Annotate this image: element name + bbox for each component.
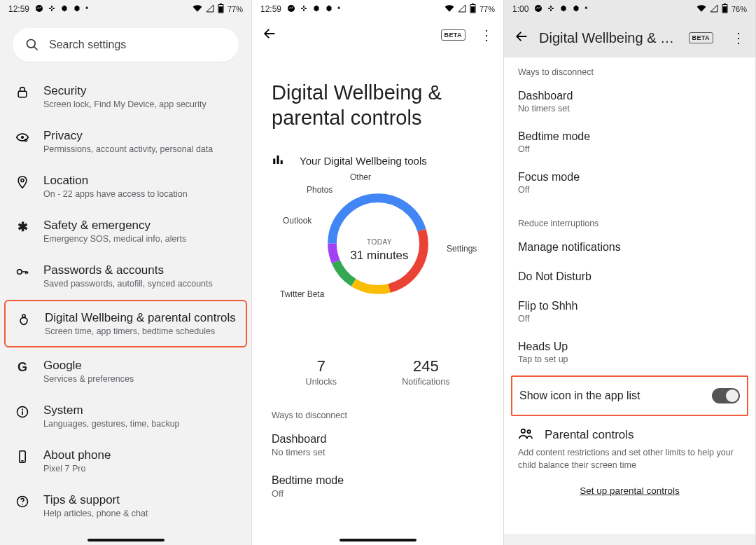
beta-badge: BETA: [441, 29, 465, 41]
notification-icon: [312, 4, 321, 14]
settings-item-title: Privacy: [43, 129, 213, 143]
settings-item-wellbeing[interactable]: Digital Wellbeing & parental controls Sc…: [4, 300, 247, 347]
status-bar-right-icons: 77%: [192, 4, 243, 15]
svg-rect-1: [49, 8, 51, 9]
row-sub: No timers set: [518, 104, 741, 113]
row-sub: Tap to set up: [518, 354, 741, 364]
settings-item-passwords[interactable]: Passwords & accounts Saved passwords, au…: [4, 254, 247, 298]
settings-item-sub: Services & preferences: [43, 374, 134, 384]
back-icon[interactable]: [514, 29, 529, 47]
svg-rect-40: [548, 8, 550, 9]
svg-point-8: [27, 40, 36, 48]
usage-donut-chart[interactable]: TODAY 31 minutes Settings Twitter Beta O…: [252, 174, 504, 342]
info-icon: [14, 403, 31, 420]
section-header-ways: Ways to disconnect: [252, 398, 503, 425]
chart-label-settings: Settings: [447, 244, 477, 254]
row-dnd[interactable]: Do Not Disturb: [504, 262, 755, 291]
search-placeholder: Search settings: [49, 39, 126, 51]
settings-item-sub: Languages, gestures, time, backup: [43, 419, 180, 429]
svg-point-13: [21, 179, 24, 181]
settings-item-security[interactable]: Security Screen lock, Find My Device, ap…: [4, 74, 247, 119]
svg-rect-33: [281, 160, 283, 163]
section-header-reduce: Reduce interruptions: [504, 203, 755, 233]
row-sub: Off: [518, 144, 741, 154]
app-bar: BETA ⋮: [252, 18, 503, 52]
back-icon[interactable]: [262, 26, 277, 44]
svg-rect-42: [550, 6, 552, 8]
settings-item-system[interactable]: System Languages, gestures, time, backup: [4, 394, 247, 439]
wellbeing-main-screen: 12:59 • 77% BETA ⋮ Digital Wellbeing & p…: [252, 0, 504, 545]
row-focus[interactable]: Focus mode Off: [504, 163, 755, 203]
messenger-icon: [35, 4, 43, 14]
row-title: Dashboard: [272, 433, 484, 446]
row-show-icon-in-app-list[interactable]: Show icon in the app list: [511, 375, 748, 416]
row-bedtime[interactable]: Bedtime mode Off: [504, 122, 755, 163]
metric-notifications[interactable]: 245 Notifications: [402, 357, 449, 387]
svg-rect-43: [550, 9, 552, 11]
donut-value: 31 minutes: [342, 249, 417, 263]
svg-rect-18: [22, 411, 23, 415]
status-bar-left-icons: •: [35, 4, 88, 14]
wellbeing-icon: [15, 311, 32, 328]
settings-item-google[interactable]: G Google Services & preferences: [4, 349, 247, 394]
settings-item-title: Google: [43, 359, 134, 373]
nav-handle-icon[interactable]: [340, 539, 416, 541]
svg-rect-25: [304, 8, 307, 9]
settings-item-location[interactable]: Location On - 22 apps have access to loc…: [4, 164, 247, 209]
clock-text: 12:59: [8, 4, 29, 14]
parental-controls-link[interactable]: Set up parental controls: [504, 480, 755, 502]
notification-icon-2: [572, 4, 580, 14]
row-dashboard[interactable]: Dashboard No timers set: [504, 81, 755, 122]
settings-item-sub: Permissions, account activity, personal …: [43, 144, 213, 154]
row-bedtime[interactable]: Bedtime mode Off: [252, 466, 503, 507]
key-icon: [14, 263, 31, 280]
svg-rect-7: [219, 6, 223, 12]
chart-label-other: Other: [350, 172, 371, 182]
row-sub: Off: [272, 488, 484, 499]
more-notif-icon: •: [337, 4, 340, 14]
status-bar-left-icons: •: [534, 4, 587, 14]
slack-icon: [48, 4, 56, 14]
slack-icon: [300, 4, 308, 14]
settings-item-title: Safety & emergency: [43, 219, 186, 233]
row-manage-notifications[interactable]: Manage notifications: [504, 233, 755, 262]
row-flip-to-shhh[interactable]: Flip to Shhh Off: [504, 291, 755, 332]
row-dashboard[interactable]: Dashboard No timers set: [252, 425, 503, 466]
row-title: Flip to Shhh: [518, 300, 741, 312]
settings-item-about[interactable]: About phone Pixel 7 Pro: [4, 439, 247, 483]
row-sub: Off: [518, 314, 741, 324]
settings-item-privacy[interactable]: Privacy Permissions, account activity, p…: [4, 119, 247, 164]
nav-handle-icon[interactable]: [88, 539, 164, 541]
settings-item-tips[interactable]: Tips & support Help articles, phone & ch…: [4, 483, 247, 528]
status-bar-left-icons: •: [287, 4, 340, 14]
svg-point-11: [21, 136, 24, 139]
metric-label: Notifications: [402, 377, 449, 387]
more-icon[interactable]: ⋮: [479, 27, 493, 43]
metric-unlocks[interactable]: 7 Unlocks: [306, 357, 337, 387]
signal-icon: [710, 4, 718, 14]
parental-controls-sub: Add content restrictions and set other l…: [504, 447, 755, 480]
settings-item-title: Tips & support: [43, 493, 148, 507]
row-sub: Off: [518, 185, 741, 195]
google-icon: G: [14, 359, 31, 375]
svg-line-9: [34, 47, 38, 50]
search-settings-bar[interactable]: Search settings: [13, 28, 239, 62]
settings-item-title: Digital Wellbeing & parental controls: [45, 311, 236, 325]
settings-list: Security Screen lock, Find My Device, ap…: [0, 74, 251, 528]
svg-point-14: [18, 270, 22, 275]
more-icon[interactable]: ⋮: [732, 29, 746, 46]
settings-item-safety[interactable]: ✱ Safety & emergency Emergency SOS, medi…: [4, 209, 247, 254]
svg-rect-46: [723, 6, 727, 12]
svg-rect-29: [472, 4, 474, 4]
toggle-switch[interactable]: [712, 388, 740, 403]
bars-icon: [272, 153, 284, 168]
row-title: Show icon in the app list: [519, 389, 640, 402]
settings-item-sub: On - 22 apps have access to location: [43, 189, 188, 199]
row-heads-up[interactable]: Heads Up Tap to set up: [504, 332, 755, 373]
appbar-title: Digital Wellbeing & pare...: [539, 30, 679, 46]
notification-icon-2: [73, 4, 81, 14]
settings-item-title: About phone: [43, 448, 111, 462]
chart-label-outlook: Outlook: [283, 216, 312, 226]
row-parental-controls-header[interactable]: Parental controls: [504, 419, 755, 447]
section-header-ways: Ways to disconnect: [504, 57, 755, 81]
